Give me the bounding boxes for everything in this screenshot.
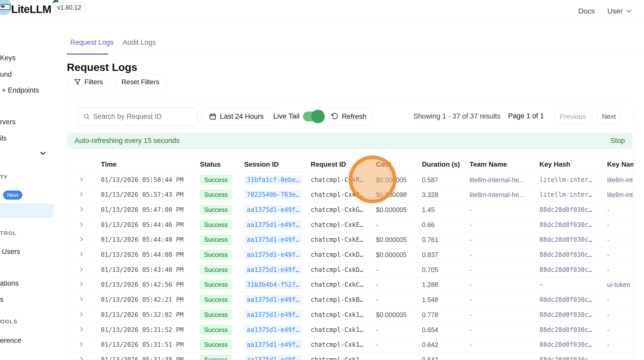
funnel-icon [74,78,81,85]
session-id-link[interactable]: aa1375d1-e49f… [244,250,302,259]
docs-link[interactable]: Docs [578,7,595,15]
cell-status: Success [200,220,232,230]
table-row[interactable]: 01/13/2026 05:31:38 PM Success aa1375d1-… [67,352,634,360]
cell-team-name: litellm-internal-he... [470,191,524,199]
expand-row-chevron-icon[interactable] [78,236,86,243]
table-row[interactable]: 01/13/2026 05:44:46 PM Success aa1375d1-… [67,217,634,232]
session-id-link[interactable]: 7022549b-763e… [244,190,302,199]
sidebar-item-selected[interactable] [0,203,54,218]
litellm-logo [0,0,12,15]
sidebar-section-trol: TROL [0,230,17,236]
table-row[interactable]: 01/13/2026 05:42:21 PM Success aa1375d1-… [67,292,634,307]
cell-key-name: - [607,206,609,213]
active-tab-underline [67,54,108,55]
cell-session: aa1375d1-e49f… [244,340,302,349]
session-id-link[interactable]: aa1375d1-e49f… [244,220,302,230]
tab-audit-logs[interactable]: Audit Logs [123,38,156,47]
reset-filters-button[interactable]: Reset Filters [115,74,166,89]
table-row[interactable]: 01/13/2026 05:32:02 PM Success aa1375d1-… [67,307,634,322]
table-row[interactable]: 01/13/2026 05:57:43 PM Success 7022549b-… [67,187,634,202]
session-id-link[interactable]: aa1375d1-e49f… [244,265,302,274]
live-tail-toggle-knob [311,110,325,123]
expand-row-chevron-icon[interactable] [78,176,86,184]
cell-cost: $0.000005 [376,206,407,213]
status-badge: Success [200,250,232,260]
sidebar-item-ations[interactable]: ations [0,279,19,287]
session-id-link[interactable]: aa1375d1-e49f… [244,355,302,360]
time-range-button[interactable]: Last 24 Hours [200,107,272,126]
cell-team-name: - [470,341,472,349]
expand-row-chevron-icon[interactable] [78,296,86,303]
sidebar-item-users[interactable]: Users [2,248,20,256]
tabs-divider [67,54,644,55]
session-id-link[interactable]: aa1375d1-e49f… [244,325,302,335]
expand-row-chevron-icon[interactable] [78,251,86,258]
sidebar-item-keys[interactable]: Keys [0,54,16,62]
cell-key-name: - [607,356,609,360]
live-tail-toggle[interactable] [303,112,323,121]
column-header-duration: Duration (s) [422,160,460,168]
cell-status: Success [200,325,232,335]
session-id-link[interactable]: aa1375d1-e49f… [244,205,302,214]
filters-button[interactable]: Filters [67,74,110,89]
cell-request-id: chatcmpl-Cxk1… [311,341,363,348]
sidebar-item-endpoints[interactable]: + Endpoints [2,86,39,94]
cell-duration: 0.642 [422,341,438,349]
table-row[interactable]: 01/13/2026 05:43:40 PM Success aa1375d1-… [67,262,634,277]
cell-duration: 1.45 [422,206,435,213]
expand-row-chevron-icon[interactable] [78,281,86,288]
sidebar-item-erence[interactable]: erence [0,337,22,345]
next-page-button[interactable]: Next [597,109,621,124]
column-header-keyhash: Key Hash [539,160,570,168]
sidebar-item-und[interactable]: und [0,70,12,78]
expand-row-chevron-icon[interactable] [78,221,86,228]
table-row[interactable]: 01/13/2026 05:47:00 PM Success aa1375d1-… [67,202,634,217]
chevron-down-icon [625,8,633,15]
stop-auto-refresh-link[interactable]: Stop [610,137,625,145]
cell-team-name: - [470,296,472,304]
session-id-link[interactable]: 31bfa1cf-0ebe… [244,175,302,185]
cell-status: Success [200,279,232,290]
status-badge: Success [200,294,232,305]
table-row[interactable]: 01/13/2026 05:31:52 PM Success aa1375d1-… [67,322,634,337]
previous-page-button[interactable]: Previous [554,109,591,124]
session-id-link[interactable]: aa1375d1-e49f… [244,310,302,319]
table-row[interactable]: 01/13/2026 05:31:51 PM Success aa1375d1-… [67,337,634,352]
expand-row-chevron-icon[interactable] [78,266,86,273]
expand-row-chevron-icon[interactable] [78,326,86,333]
tab-request-logs[interactable]: Request Logs [70,38,114,47]
cell-key-hash: 88dc28d0f030c… [539,221,592,228]
cell-key-hash: 88dc28d0f030c… [539,341,592,348]
table-row[interactable]: 01/13/2026 05:42:56 PM Success 31b3b4b4-… [67,277,634,292]
cell-team-name: - [470,236,472,244]
cell-status: Success [200,355,232,360]
expand-row-chevron-icon[interactable] [78,356,86,360]
cell-key-hash: 88dc28d0f030c… [539,266,592,273]
expand-row-chevron-icon[interactable] [78,341,86,348]
table-row[interactable]: 01/13/2026 05:44:40 PM Success aa1375d1-… [67,232,634,247]
search-input[interactable] [93,113,193,121]
session-id-link[interactable]: aa1375d1-e49f… [244,235,302,244]
session-id-link[interactable]: 31b3b4b4-f527… [244,280,302,289]
expand-row-chevron-icon[interactable] [78,206,86,213]
user-menu[interactable]: User [607,7,633,15]
cell-time: 01/13/2026 05:57:43 PM [101,191,184,198]
sidebar-collapse-chevron-icon[interactable] [39,149,47,157]
calendar-icon [209,113,216,120]
expand-row-chevron-icon[interactable] [78,311,86,318]
session-id-link[interactable]: aa1375d1-e49f… [244,295,302,304]
table-row[interactable]: 01/13/2026 05:44:08 PM Success aa1375d1-… [67,247,634,263]
sidebar-item-servers[interactable]: rvers [0,118,16,126]
expand-row-chevron-icon[interactable] [78,191,86,198]
session-id-link[interactable]: aa1375d1-e49f… [244,340,302,349]
cell-duration: 0.778 [422,311,438,318]
cell-session: 31bfa1cf-0ebe… [244,175,302,185]
cell-duration: 3.328 [422,191,438,199]
table-row[interactable]: 01/13/2026 05:58:44 PM Success 31bfa1cf-… [67,172,634,187]
sidebar-item-ils[interactable]: ils [0,134,7,142]
cell-duration: 1.288 [422,281,438,289]
cell-time: 01/13/2026 05:42:21 PM [101,296,184,303]
refresh-button[interactable]: Refresh [325,107,372,126]
sidebar-item-s[interactable]: s [0,296,4,304]
column-header-keyname: Key Name [607,160,634,168]
